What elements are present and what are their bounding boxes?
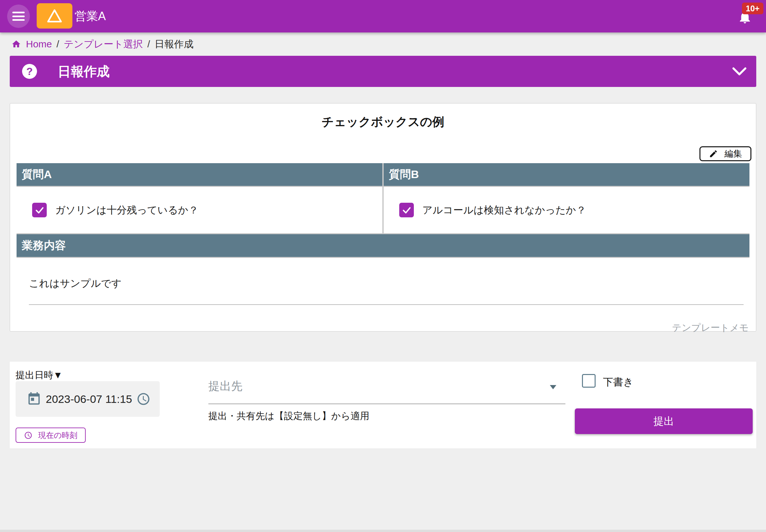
report-table: 質問A 質問B ガソリンは十分残っているか？ アルコールは検知されなかったか？ … (17, 163, 749, 317)
app-title: 営業A (75, 0, 106, 32)
clock-icon[interactable] (136, 392, 151, 406)
bottom-edge-strip (0, 530, 766, 532)
question-a-checkbox-checked[interactable] (32, 203, 47, 217)
submit-panel: 提出日時▼ 2023-06-07 11:15 現在の時刻 提出先 提出・共有先は… (10, 362, 756, 448)
current-time-label: 現在の時刻 (38, 430, 78, 441)
breadcrumb-separator: / (147, 39, 150, 50)
submit-datetime-label[interactable]: 提出日時▼ (16, 369, 63, 382)
help-icon[interactable]: ? (22, 64, 37, 79)
current-time-button[interactable]: 現在の時刻 (16, 428, 86, 443)
submit-button-label: 提出 (653, 414, 674, 429)
breadcrumb: Home / テンプレート選択 / 日報作成 (0, 32, 766, 56)
destination-placeholder: 提出先 (208, 379, 242, 394)
breadcrumb-template-select[interactable]: テンプレート選択 (64, 38, 143, 51)
destination-select[interactable]: 提出先 (199, 362, 565, 404)
dropdown-arrow-icon (550, 385, 556, 389)
draft-checkbox-unchecked[interactable] (582, 374, 596, 388)
submit-button[interactable]: 提出 (575, 408, 753, 434)
page-header-banner[interactable]: ? 日報作成 (10, 56, 756, 87)
check-icon (34, 205, 45, 215)
check-icon (402, 205, 412, 215)
question-a-cell: ガソリンは十分残っているか？ (17, 187, 382, 233)
breadcrumb-current-page: 日報作成 (154, 38, 193, 51)
pencil-icon (709, 149, 718, 158)
select-underline (208, 404, 565, 404)
menu-button[interactable] (7, 5, 30, 28)
question-a-header: 質問A (17, 163, 382, 186)
chevron-down-icon[interactable] (732, 65, 747, 78)
question-b-header: 質問B (384, 163, 749, 186)
datetime-picker[interactable]: 2023-06-07 11:15 (16, 381, 160, 417)
triangle-logo-icon (46, 8, 63, 24)
work-content-cell: これはサンプルです (17, 258, 749, 317)
edit-button[interactable]: 編集 (699, 146, 751, 161)
clock-icon (24, 431, 32, 440)
work-content-value[interactable]: これはサンプルです (29, 277, 122, 290)
text-field-underline (29, 304, 744, 305)
template-memo-placeholder: テンプレートメモ (10, 321, 749, 334)
breadcrumb-home[interactable]: Home (26, 39, 52, 50)
app-bar: 営業A 10+ (0, 0, 766, 32)
template-title: チェックボックスの例 (10, 103, 756, 130)
datetime-value: 2023-06-07 11:15 (42, 393, 136, 405)
question-b-cell: アルコールは検知されなかったか？ (384, 187, 749, 233)
app-logo[interactable] (37, 3, 72, 29)
calendar-icon[interactable] (27, 392, 42, 406)
question-b-checkbox-checked[interactable] (399, 203, 414, 217)
question-b-label: アルコールは検知されなかったか？ (422, 203, 586, 217)
work-content-header: 業務内容 (17, 234, 749, 257)
edit-button-label: 編集 (724, 148, 742, 160)
destination-note: 提出・共有先は【設定無し】から適用 (208, 410, 369, 423)
notification-count-badge: 10+ (742, 3, 763, 14)
home-icon[interactable] (11, 39, 21, 49)
question-a-label: ガソリンは十分残っているか？ (55, 203, 198, 217)
page-title: 日報作成 (58, 63, 110, 80)
draft-label: 下書き (603, 375, 634, 389)
hamburger-icon (12, 12, 25, 21)
report-card: チェックボックスの例 編集 質問A 質問B ガソリンは十分残っているか？ アルコ… (10, 103, 756, 332)
breadcrumb-separator: / (56, 39, 59, 50)
